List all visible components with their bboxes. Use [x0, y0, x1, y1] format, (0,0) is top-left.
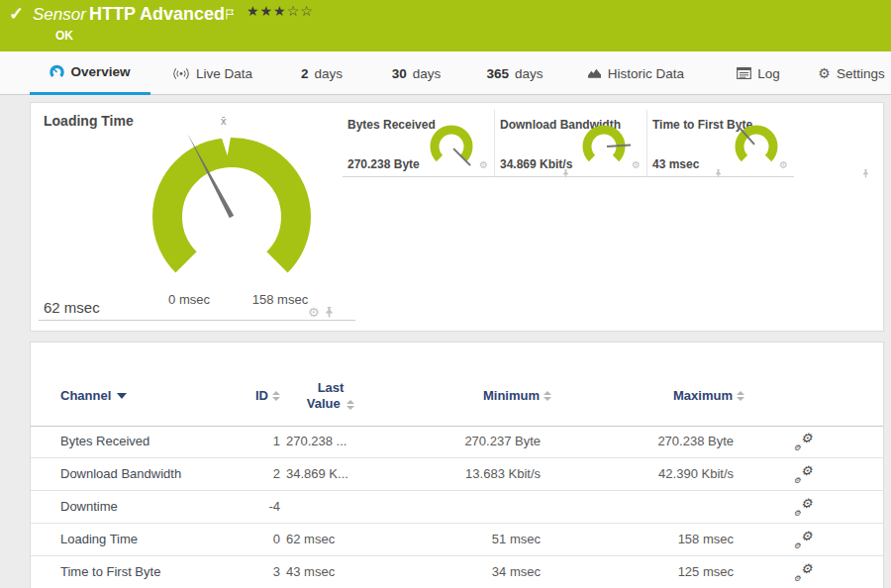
tile-value: 43 msec [652, 157, 699, 171]
sort-icons [737, 388, 744, 403]
tab-number: 30 [392, 66, 407, 81]
average-marker-label: x̄ [221, 115, 227, 127]
tab-label: Historic Data [608, 66, 684, 81]
loading-time-gauge: x̄ [133, 113, 331, 311]
tab-label: days [314, 66, 343, 81]
tab-overview[interactable]: Overview [30, 51, 150, 95]
table-row: Downtime -4 ⚙⚙ [31, 491, 883, 524]
cell-channel: Time to First Byte [60, 564, 160, 579]
cell-maximum: 270.238 Byte [550, 434, 734, 448]
tab-365-days[interactable]: 365 days [475, 51, 554, 95]
sort-icons [272, 388, 280, 403]
cell-minimum: 34 msec [357, 564, 541, 579]
cell-minimum: 13.683 Kbit/s [357, 466, 541, 481]
cell-maximum: 125 msec [550, 564, 734, 579]
column-label: Channel [60, 388, 111, 403]
prtg-sensor-page: ✓ Sensor HTTP Advanced ★★★☆☆ OK Overview… [0, 0, 891, 588]
tab-log[interactable]: Log [729, 51, 788, 95]
tab-historic-data[interactable]: Historic Data [582, 51, 689, 95]
channel-settings-icon[interactable]: ⚙⚙ [794, 466, 813, 483]
column-header-channel[interactable]: Channel [60, 388, 127, 403]
pin-icon[interactable] [325, 307, 334, 318]
gauge-settings-gear-icon[interactable]: ⚙ [632, 159, 641, 170]
gauge-toolbar: ⚙ [308, 305, 334, 320]
tile-value: 34.869 Kbit/s [500, 157, 572, 171]
gauge-settings-gear-icon[interactable]: ⚙ [308, 305, 320, 320]
tab-number: 2 [301, 66, 309, 81]
table-row: Download Bandwidth 2 34.869 K... 13.683 … [31, 458, 883, 491]
cell-channel: Loading Time [60, 532, 138, 546]
gauge-needle [607, 146, 631, 147]
column-header-minimum[interactable]: Minimum [357, 388, 551, 403]
tile-toolbar: ⚙ [632, 159, 641, 170]
cell-id: -4 [229, 499, 280, 514]
tab-2-days[interactable]: 2 days [287, 51, 356, 95]
sort-icons [346, 400, 354, 410]
tab-label: Settings [837, 66, 885, 81]
cell-maximum: 42.390 Kbit/s [550, 466, 734, 481]
column-label: Value [307, 396, 341, 411]
sensor-status-bar: ✓ Sensor HTTP Advanced ★★★☆☆ OK [0, 0, 891, 51]
favorite-flag-icon[interactable] [226, 6, 235, 24]
status-badge: OK [55, 29, 73, 43]
live-signal-icon [172, 67, 190, 80]
pin-icon[interactable] [862, 169, 869, 178]
gauge-scale-max: 158 msec [250, 292, 310, 307]
channel-settings-icon[interactable]: ⚙⚙ [794, 499, 813, 516]
priority-stars[interactable]: ★★★☆☆ [247, 3, 314, 19]
main-gauge-value: 62 msec [44, 299, 100, 316]
tile-value: 270.238 Byte [347, 157, 420, 171]
table-row: Bytes Received 1 270.238 ... 270.237 Byt… [31, 426, 883, 458]
gauge-scale-min: 0 msec [159, 292, 219, 307]
channel-settings-icon[interactable]: ⚙⚙ [794, 532, 813, 548]
tab-settings[interactable]: ⚙ Settings [812, 51, 891, 95]
tab-label: Live Data [196, 66, 252, 81]
channel-settings-icon[interactable]: ⚙⚙ [794, 564, 813, 581]
download-bandwidth-gauge [578, 120, 634, 171]
tab-label: Log [757, 66, 780, 81]
cell-channel: Download Bandwidth [60, 466, 181, 481]
main-gauge-title: Loading Time [44, 113, 134, 129]
gear-icon: ⚙ [818, 65, 831, 81]
sort-desc-icon [117, 393, 127, 399]
channel-settings-icon[interactable]: ⚙⚙ [794, 434, 813, 450]
cell-minimum: 51 msec [357, 532, 541, 546]
cell-id: 2 [229, 466, 280, 481]
time-to-first-byte-gauge [731, 120, 786, 171]
sensor-kind-label: Sensor [33, 5, 86, 25]
cell-minimum: 270.237 Byte [357, 434, 541, 448]
column-label: ID [255, 388, 268, 403]
tab-bar: Overview Live Data 2 days 30 days 365 da… [0, 51, 891, 95]
tab-live-data[interactable]: Live Data [160, 51, 264, 95]
cell-id: 0 [229, 532, 280, 546]
channels-table-panel: Channel ID Last Value Minimum Maximum By… [30, 342, 884, 588]
cell-maximum: 158 msec [550, 532, 734, 546]
gauge-settings-gear-icon[interactable]: ⚙ [479, 159, 488, 170]
tab-30-days[interactable]: 30 days [379, 51, 453, 95]
column-header-id[interactable]: ID [229, 388, 280, 403]
tile-toolbar: ⚙ [779, 159, 788, 170]
area-chart-icon [587, 67, 602, 80]
column-header-maximum[interactable]: Maximum [550, 388, 744, 403]
table-row: Time to First Byte 3 43 msec 34 msec 125… [31, 556, 883, 588]
column-label: Maximum [673, 388, 733, 403]
tab-label: days [413, 66, 442, 81]
tile-download-bandwidth: Download Bandwidth 34.869 Kbit/s ⚙ [495, 110, 647, 177]
column-label: Minimum [483, 388, 540, 403]
tile-title: Bytes Received [347, 118, 436, 132]
tile-time-to-first-byte: Time to First Byte 43 msec ⚙ [647, 110, 794, 177]
cell-id: 3 [229, 564, 280, 579]
cell-id: 1 [229, 434, 280, 448]
log-list-icon [737, 67, 751, 79]
cell-channel: Bytes Received [60, 434, 149, 448]
tab-label: Overview [70, 64, 130, 79]
tab-label: days [515, 66, 544, 81]
overview-gauges-panel: Loading Time x̄ 0 msec 158 msec 62 msec … [30, 102, 884, 332]
tile-bytes-received: Bytes Received 270.238 Byte ⚙ [343, 110, 495, 177]
gauge-settings-gear-icon[interactable]: ⚙ [779, 159, 788, 170]
bytes-received-gauge [426, 120, 481, 171]
tab-number: 365 [486, 66, 509, 81]
tile-toolbar: ⚙ [479, 159, 488, 170]
divider [39, 320, 355, 321]
status-ok-check-icon: ✓ [9, 3, 24, 25]
